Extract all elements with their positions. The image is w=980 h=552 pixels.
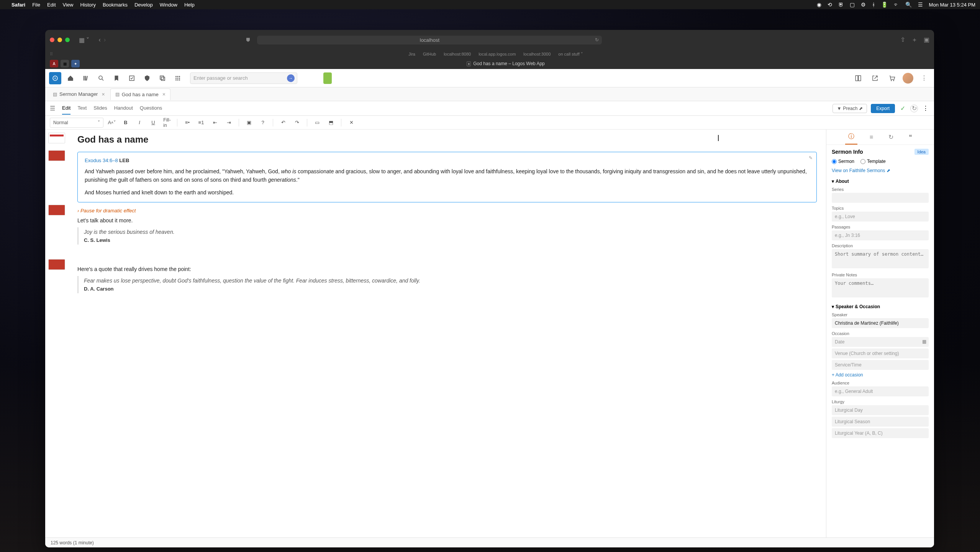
outdent-button[interactable]: ⇤	[210, 118, 220, 128]
fav-oncall[interactable]: on call stuff ˅	[558, 52, 583, 57]
tab-sermon-manager[interactable]: ▤ Sermon Manager ×	[48, 89, 110, 100]
export-button[interactable]: Export	[871, 104, 895, 113]
menubar-clock[interactable]: Mon Mar 13 5:24 PM	[929, 2, 975, 8]
tabs-overview-icon[interactable]: ▣	[924, 36, 929, 44]
wifi-icon[interactable]: ᯤ	[894, 2, 899, 8]
menu-help[interactable]: Help	[184, 2, 195, 8]
url-bar[interactable]: ⛊ localhost ↻	[257, 36, 602, 44]
radio-sermon[interactable]: Sermon	[832, 159, 854, 164]
menu-history[interactable]: History	[80, 2, 95, 8]
preach-button[interactable]: ▼ Preach ⬈	[833, 104, 867, 113]
back-button[interactable]: ‹	[98, 36, 100, 43]
menu-bookmarks[interactable]: Bookmarks	[103, 2, 128, 8]
paragraph-style-select[interactable]: Normal ˅	[50, 118, 103, 128]
numbered-list-button[interactable]: ≡1	[196, 118, 206, 128]
library-icon[interactable]	[80, 72, 92, 84]
bold-button[interactable]: B	[120, 118, 131, 128]
fav-github[interactable]: GitHub	[423, 52, 436, 57]
close-tab-icon[interactable]: ×	[102, 91, 105, 97]
sync-icon[interactable]: ⟲	[828, 2, 832, 8]
clear-formatting-button[interactable]: ✕	[346, 118, 357, 128]
liturgical-season-input[interactable]	[832, 417, 929, 427]
verse-text-p1[interactable]: And Yahweh passed over before him, and h…	[85, 167, 810, 184]
about-section-title[interactable]: ▾ About	[832, 179, 929, 184]
fullscreen-window-button[interactable]	[65, 38, 70, 42]
mode-edit[interactable]: Edit	[62, 102, 70, 115]
idea-badge[interactable]: Idea	[914, 149, 929, 155]
menu-develop[interactable]: Develop	[134, 2, 153, 8]
faithlife-link[interactable]: View on Faithlife Sermons ⬈	[832, 168, 929, 173]
venue-input[interactable]	[832, 348, 929, 358]
pinned-tab-3[interactable]: ✦	[71, 60, 80, 67]
insert-question-button[interactable]: ?	[257, 118, 268, 128]
radio-template[interactable]: Template	[860, 159, 886, 164]
outline-toggle-icon[interactable]: ☰	[50, 105, 55, 112]
search-go-button[interactable]: →	[287, 74, 295, 82]
speaker-input[interactable]	[832, 318, 929, 328]
insert-slide-button[interactable]: ▭	[312, 118, 323, 128]
mode-questions[interactable]: Questions	[140, 102, 162, 115]
external-icon[interactable]	[869, 72, 881, 84]
audience-input[interactable]	[832, 386, 929, 396]
checklist-icon[interactable]	[126, 72, 138, 84]
copy-icon[interactable]	[156, 72, 169, 84]
control-center-icon[interactable]: ☰	[918, 2, 923, 8]
more-icon[interactable]: ⋮	[918, 72, 930, 84]
undo-button[interactable]: ↶	[278, 118, 288, 128]
apps-icon[interactable]	[172, 72, 184, 84]
edit-block-icon[interactable]: ✎	[809, 155, 813, 161]
privacy-shield-icon[interactable]: ⛊	[246, 37, 251, 43]
speaker-section-title[interactable]: ▾ Speaker & Occasion	[832, 304, 929, 309]
italic-button[interactable]: I	[134, 118, 145, 128]
sidebar-toggle-icon[interactable]: ▦ ˅	[79, 36, 89, 44]
fav-handle[interactable]: ⠿	[50, 52, 53, 57]
bluetooth-icon[interactable]: ᚼ	[872, 2, 875, 8]
history-icon[interactable]: ↻	[910, 105, 918, 112]
minimize-window-button[interactable]	[57, 38, 62, 42]
settings-icon[interactable]: ⚙	[861, 2, 866, 8]
description-input[interactable]	[832, 249, 929, 268]
sermon-editor[interactable]: God has a name ✎ Exodus 34:6–8 LEB And Y…	[68, 130, 826, 537]
passages-input[interactable]	[832, 230, 929, 240]
font-size-button[interactable]: AA ˅	[107, 118, 117, 128]
topics-input[interactable]	[832, 212, 929, 222]
record-icon[interactable]: ◉	[817, 2, 821, 8]
fav-localapp[interactable]: local.app.logos.com	[479, 52, 516, 57]
battery-icon[interactable]: 🔋	[881, 2, 888, 8]
reload-icon[interactable]: ↻	[595, 37, 599, 43]
sidebar-tab-info[interactable]: ⓘ	[845, 130, 857, 145]
fillin-button[interactable]: Fill-in	[162, 118, 172, 128]
menu-file[interactable]: File	[32, 2, 40, 8]
quote-block-1[interactable]: Joy is the serious business of heaven. C…	[77, 227, 817, 245]
tab-god-has-name[interactable]: ▤ God has a name ×	[110, 89, 170, 100]
display-icon[interactable]: ▢	[850, 2, 855, 8]
body-paragraph[interactable]: Let's talk about it more.	[77, 217, 817, 223]
scripture-block[interactable]: ✎ Exodus 34:6–8 LEB And Yahweh passed ov…	[77, 152, 817, 202]
layout-icon[interactable]	[852, 72, 864, 84]
bullet-list-button[interactable]: ≡•	[182, 118, 193, 128]
liturgical-year-input[interactable]	[832, 428, 929, 438]
document-title[interactable]: God has a name	[77, 134, 817, 145]
new-tab-icon[interactable]: ＋	[911, 36, 918, 44]
shield-tool-icon[interactable]	[141, 72, 153, 84]
menu-view[interactable]: View	[63, 2, 74, 8]
close-tab-icon[interactable]: ×	[162, 91, 166, 97]
mode-slides[interactable]: Slides	[93, 102, 107, 115]
cart-icon[interactable]	[886, 72, 898, 84]
quote-block-2[interactable]: Fear makes us lose perspective, doubt Go…	[77, 276, 817, 293]
logo-icon[interactable]	[49, 72, 61, 84]
indent-button[interactable]: ⇥	[223, 118, 234, 128]
shield-icon[interactable]: ⛨	[838, 2, 844, 8]
user-avatar[interactable]	[903, 73, 913, 84]
share-icon[interactable]: ⇧	[900, 36, 905, 44]
thumbnail-title[interactable]	[48, 133, 65, 143]
liturgical-day-input[interactable]	[832, 405, 929, 415]
pinned-tab-1[interactable]: A	[50, 60, 58, 67]
insert-block-button[interactable]: ▣	[244, 118, 254, 128]
redo-button[interactable]: ↷	[292, 118, 302, 128]
notes-input[interactable]	[832, 278, 929, 297]
home-icon[interactable]	[64, 72, 77, 84]
passage-search-input[interactable]: Enter passage or search →	[190, 72, 297, 84]
mode-text[interactable]: Text	[77, 102, 87, 115]
forward-button[interactable]: ›	[104, 36, 106, 43]
